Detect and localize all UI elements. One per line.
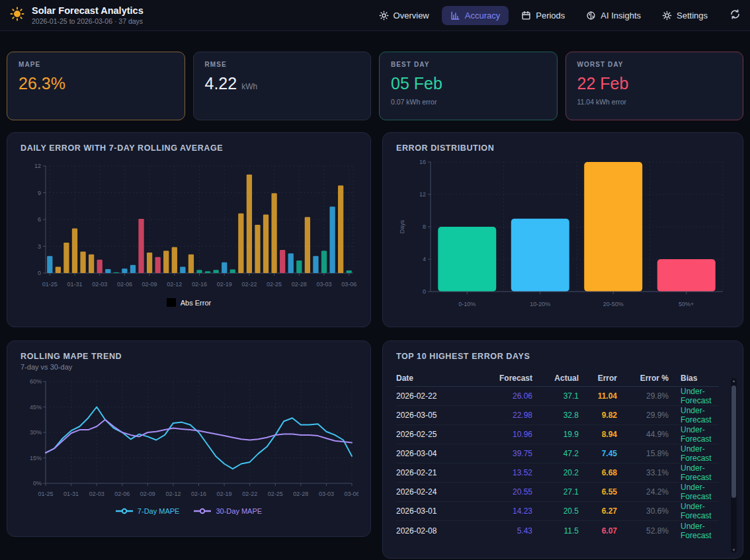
svg-text:01-25: 01-25 — [38, 491, 53, 497]
scrollbar-thumb[interactable] — [731, 385, 736, 498]
svg-text:02-03: 02-03 — [92, 281, 107, 288]
nav-tab-accuracy[interactable]: Accuracy — [442, 6, 509, 25]
svg-text:02-03: 02-03 — [89, 491, 104, 497]
daily-error-bar — [196, 270, 202, 273]
svg-text:02-25: 02-25 — [268, 491, 283, 497]
cell-actual: 47.2 — [532, 449, 579, 458]
svg-text:02-28: 02-28 — [292, 281, 307, 288]
trend-legend-item[interactable]: 7-Day MAPE — [116, 507, 180, 515]
svg-text:02-25: 02-25 — [267, 281, 282, 288]
cell-date: 2026-03-01 — [396, 506, 474, 516]
refresh-icon — [729, 9, 741, 22]
top-errors-panel: TOP 10 HIGHEST ERROR DAYS Date Forecast … — [382, 340, 743, 559]
cell-error: 9.82 — [579, 411, 617, 420]
col-bias: Bias — [669, 374, 719, 383]
panel-title: ROLLING MAPE TREND — [21, 352, 357, 361]
nav-tab-ai-insights[interactable]: AI Insights — [577, 6, 649, 25]
daily-error-bar — [63, 243, 69, 273]
svg-text:02-16: 02-16 — [192, 281, 207, 288]
svg-text:03-06: 03-06 — [344, 491, 358, 497]
rolling-mape-chart: 0%15%30%45%60%01-2501-3102-0302-0602-090… — [21, 376, 358, 500]
nav-tab-periods[interactable]: Periods — [513, 6, 573, 25]
svg-text:0-10%: 0-10% — [458, 301, 476, 307]
cell-error: 11.04 — [579, 391, 617, 401]
daily-error-bar — [105, 269, 110, 273]
distribution-bar — [438, 227, 496, 292]
table-scrollbar[interactable]: ▲ ▼ — [731, 378, 737, 553]
kpi-card-mape: MAPE 26.3% — [7, 52, 185, 120]
nav-label: Accuracy — [465, 11, 500, 20]
brand: Solar Forecast Analytics 2026-01-25 to 2… — [9, 5, 144, 25]
svg-text:02-06: 02-06 — [114, 491, 130, 497]
top-errors-table: Date Forecast Actual Error Error % Bias … — [396, 370, 719, 540]
table-body: 2026-02-2226.0637.111.0429.8%Under-Forec… — [396, 387, 719, 540]
kpi-card-best-day: BEST DAY 05 Feb 0.07 kWh error — [379, 52, 558, 120]
cell-date: 2026-03-04 — [396, 449, 474, 458]
svg-text:02-12: 02-12 — [165, 491, 181, 497]
cell-actual: 27.1 — [532, 487, 579, 497]
daily-legend: Abs Error — [21, 298, 357, 307]
dashboard-body: MAPE 26.3% RMSE 4.22 kWh BEST DAY 05 Feb… — [0, 31, 750, 559]
bar-chart-icon — [450, 11, 460, 20]
svg-text:02-16: 02-16 — [191, 491, 206, 497]
daily-error-bar — [255, 225, 260, 273]
kpi-unit: kWh — [241, 82, 257, 91]
cell-pct: 29.9% — [617, 411, 669, 420]
daily-error-chart: 03691201-2501-3102-0302-0602-0902-1202-1… — [21, 159, 358, 292]
svg-text:10-20%: 10-20% — [530, 301, 550, 307]
nav-tab-settings[interactable]: Settings — [653, 6, 716, 25]
cell-date: 2026-02-22 — [396, 391, 474, 401]
cell-forecast: 39.75 — [474, 449, 532, 458]
daily-error-bar — [238, 214, 243, 273]
daily-error-bar — [271, 193, 276, 273]
error-distribution-chart: 04812160-10%10-20%20-50%50%+Days — [396, 157, 731, 314]
daily-error-bar — [180, 267, 185, 273]
cell-bias: Under-Forecast — [669, 483, 719, 501]
svg-text:9: 9 — [38, 190, 41, 196]
daily-error-bar — [147, 253, 152, 273]
cell-actual: 37.1 — [532, 391, 579, 401]
kpi-label: MAPE — [19, 61, 173, 68]
top-bar: Solar Forecast Analytics 2026-01-25 to 2… — [0, 0, 750, 31]
cell-pct: 24.2% — [617, 487, 669, 497]
svg-text:02-06: 02-06 — [117, 281, 132, 288]
trend-legend-item[interactable]: 30-Day MAPE — [194, 507, 262, 515]
table-row: 2026-03-0114.2320.56.2730.6%Under-Foreca… — [396, 502, 719, 521]
daily-error-bar — [222, 262, 227, 273]
cell-actual: 32.8 — [532, 411, 579, 420]
table-row: 2026-03-0439.7547.27.4515.8%Under-Foreca… — [396, 444, 719, 463]
scroll-down-icon[interactable]: ▼ — [731, 548, 737, 552]
col-date: Date — [396, 374, 474, 383]
scroll-up-icon[interactable]: ▲ — [731, 379, 737, 383]
trend-line — [46, 407, 352, 469]
svg-text:12: 12 — [34, 163, 41, 169]
svg-text:0: 0 — [423, 288, 426, 295]
svg-text:4: 4 — [423, 256, 426, 262]
cell-forecast: 13.52 — [474, 468, 532, 477]
svg-text:02-09: 02-09 — [140, 491, 155, 497]
daily-error-bar — [213, 270, 218, 273]
col-error: Error — [579, 374, 617, 383]
date-range-subtitle: 2026-01-25 to 2026-03-06 · 37 days — [32, 17, 144, 25]
svg-text:60%: 60% — [30, 378, 42, 385]
table-row: 2026-03-0522.9832.89.8229.9%Under-Foreca… — [396, 406, 719, 425]
daily-error-bar — [172, 247, 177, 273]
refresh-button[interactable] — [729, 9, 741, 22]
distribution-bar — [584, 162, 642, 292]
distribution-bar — [657, 259, 716, 292]
daily-error-bar — [97, 260, 103, 273]
calendar-icon — [521, 11, 531, 20]
daily-error-bar — [114, 272, 119, 273]
daily-error-bar — [122, 268, 127, 273]
sun-logo-icon — [9, 6, 25, 24]
line-marker-icon — [116, 508, 133, 514]
nav-tab-overview[interactable]: Overview — [370, 6, 438, 25]
daily-error-bar — [163, 251, 169, 273]
abs-error-label: Abs Error — [181, 299, 211, 307]
cell-date: 2026-02-08 — [396, 526, 474, 536]
rolling-mape-panel: ROLLING MAPE TREND 7-day vs 30-day 0%15%… — [7, 340, 371, 537]
kpi-card-worst-day: WORST DAY 22 Feb 11.04 kWh error — [565, 52, 744, 120]
svg-text:Days: Days — [399, 220, 405, 233]
kpi-label: RMSE — [205, 61, 360, 68]
svg-text:0%: 0% — [33, 480, 42, 487]
